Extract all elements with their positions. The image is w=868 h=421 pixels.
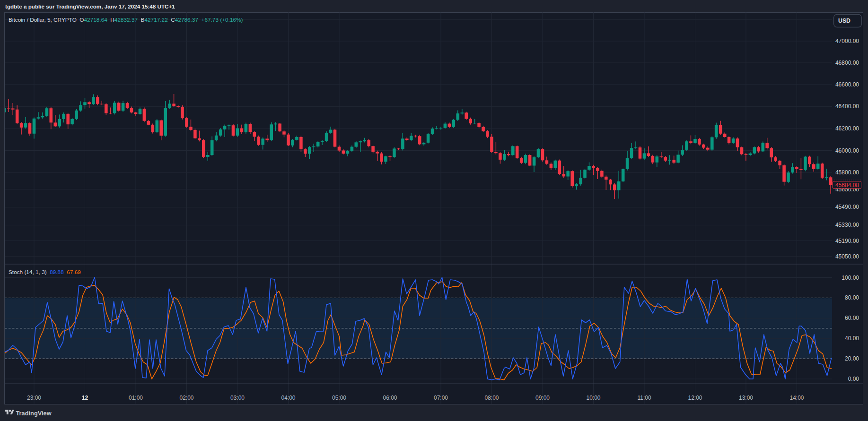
svg-text:13:00: 13:00 xyxy=(739,395,753,401)
svg-text:100.00: 100.00 xyxy=(842,275,859,281)
svg-text:03:00: 03:00 xyxy=(230,395,245,401)
svg-text:46600.00: 46600.00 xyxy=(835,81,859,88)
svg-text:45490.00: 45490.00 xyxy=(835,204,859,210)
svg-text:Stoch (14, 1, 3) 89.88 67.69: Stoch (14, 1, 3) 89.88 67.69 xyxy=(9,269,81,275)
svg-text:01:00: 01:00 xyxy=(129,395,143,401)
svg-text:45800.00: 45800.00 xyxy=(835,169,859,176)
svg-text:45190.00: 45190.00 xyxy=(835,238,859,244)
svg-text:46200.00: 46200.00 xyxy=(835,125,859,132)
svg-text:0.00: 0.00 xyxy=(848,376,859,382)
svg-text:10:00: 10:00 xyxy=(586,395,600,401)
svg-text:14:00: 14:00 xyxy=(789,395,804,401)
svg-text:TradingView: TradingView xyxy=(16,410,52,417)
svg-text:11:00: 11:00 xyxy=(637,395,651,401)
svg-text:60.00: 60.00 xyxy=(845,315,859,321)
svg-text:45330.00: 45330.00 xyxy=(835,222,859,228)
svg-text:20.00: 20.00 xyxy=(845,355,859,362)
svg-text:12:00: 12:00 xyxy=(688,395,702,401)
svg-text:07:00: 07:00 xyxy=(434,395,448,401)
svg-text:46000.00: 46000.00 xyxy=(835,147,859,154)
svg-text:46400.00: 46400.00 xyxy=(835,103,859,110)
svg-text:tgdbtc a publié sur TradingVie: tgdbtc a publié sur TradingView.com, Jan… xyxy=(5,3,175,9)
svg-text:02:00: 02:00 xyxy=(179,395,193,401)
svg-text:80.00: 80.00 xyxy=(845,294,859,301)
svg-text:06:00: 06:00 xyxy=(383,395,397,401)
svg-text:47000.00: 47000.00 xyxy=(835,38,859,44)
svg-text:09:00: 09:00 xyxy=(535,395,550,401)
svg-text:04:00: 04:00 xyxy=(281,395,295,401)
svg-text:Bitcoin / Dollar, 5, CRYPTO O: Bitcoin / Dollar, 5, CRYPTO O42718.64 H4… xyxy=(9,17,243,23)
svg-text:46800.00: 46800.00 xyxy=(835,60,859,66)
svg-text:08:00: 08:00 xyxy=(484,395,499,401)
svg-text:45050.00: 45050.00 xyxy=(835,253,859,260)
svg-text:23:00: 23:00 xyxy=(27,395,41,401)
svg-text:05:00: 05:00 xyxy=(332,395,346,401)
svg-text:USD: USD xyxy=(838,17,850,24)
svg-text:12: 12 xyxy=(82,395,88,401)
svg-text:45684.08: 45684.08 xyxy=(835,182,859,189)
svg-text:40.00: 40.00 xyxy=(845,335,859,342)
